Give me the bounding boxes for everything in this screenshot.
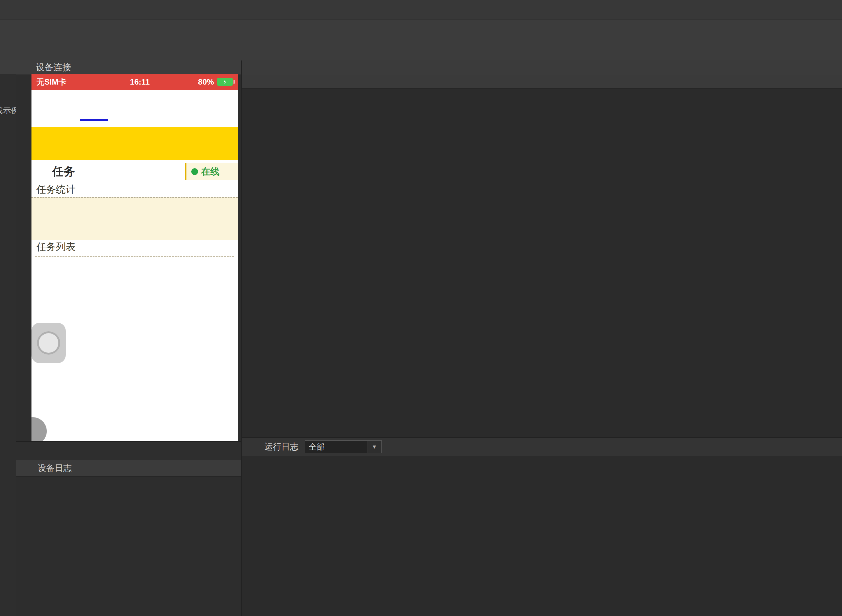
- clear-log-icon[interactable]: [395, 441, 407, 453]
- device-side-toolbar: [16, 75, 31, 79]
- active-tab-underline: [80, 119, 108, 121]
- export-log-icon[interactable]: [224, 463, 234, 474]
- location-icon: [119, 78, 128, 86]
- left-collapsed-panel-header: [0, 60, 16, 74]
- left-collapsed-panel: 戏示例: [0, 60, 16, 616]
- aiwrok-ide-window: 戏示例 设备连接 无SIM卡 16:11 80% 任务: [0, 0, 842, 616]
- task-page-title: 任务: [52, 164, 75, 179]
- clock-label: 16:11: [130, 77, 150, 87]
- contact-banner: [31, 127, 238, 160]
- code-editor: 运行日志 全部 ▼: [241, 60, 842, 616]
- device-log-title: 设备日志: [38, 462, 72, 474]
- editor-tab-bar: [242, 60, 842, 75]
- code-area[interactable]: [242, 89, 842, 438]
- device-log-list: [16, 476, 241, 616]
- assistive-touch-overlay[interactable]: [31, 323, 66, 363]
- battery-icon: [217, 78, 233, 86]
- phone-icon: [19, 62, 30, 73]
- task-page-header: 任务 在线: [31, 163, 238, 180]
- export-log-icon[interactable]: [422, 441, 432, 452]
- log-filter-select[interactable]: 全部 ▼: [305, 440, 382, 453]
- tasks-section-label: 任务列表: [36, 241, 75, 254]
- run-log-list: [242, 455, 842, 616]
- phone-tab-bar: [31, 90, 238, 110]
- main-toolbar: [0, 20, 842, 61]
- task-stats-card: [31, 197, 238, 240]
- run-log-header: 运行日志 全部 ▼: [242, 437, 842, 456]
- phone-statusbar: 无SIM卡 16:11 80%: [31, 74, 238, 90]
- device-panel-header: 设备连接: [16, 60, 241, 75]
- device-log-header: 设备日志: [16, 460, 241, 477]
- device-panel-title: 设备连接: [36, 62, 71, 73]
- online-status: 在线: [185, 163, 238, 180]
- floating-ball-overlay[interactable]: [31, 417, 47, 441]
- online-dot-icon: [191, 168, 198, 175]
- phone-screen-mirror[interactable]: 任务 在线 任务统计 任务列表: [31, 90, 238, 441]
- divider: [35, 256, 234, 257]
- crown-icon: [36, 166, 48, 178]
- editor-toolbar: [242, 75, 842, 89]
- stats-section-label: 任务统计: [36, 183, 75, 197]
- wifi-icon: [69, 77, 79, 87]
- log-filter-value: 全部: [309, 441, 325, 452]
- online-label: 在线: [201, 166, 219, 178]
- chevron-down-icon: ▼: [367, 441, 381, 453]
- phone-nav-bar: [16, 441, 241, 461]
- battery-percent: 80%: [198, 77, 214, 87]
- examples-label: 戏示例: [0, 105, 16, 116]
- run-log-title: 运行日志: [265, 441, 298, 453]
- device-panel: 设备连接 无SIM卡 16:11 80% 任务: [16, 60, 241, 616]
- device-log-icon: [21, 462, 33, 474]
- run-log-icon: [248, 441, 258, 452]
- menubar: [0, 0, 842, 20]
- assistive-touch-ring: [37, 331, 60, 355]
- carrier-label: 无SIM卡: [36, 77, 66, 87]
